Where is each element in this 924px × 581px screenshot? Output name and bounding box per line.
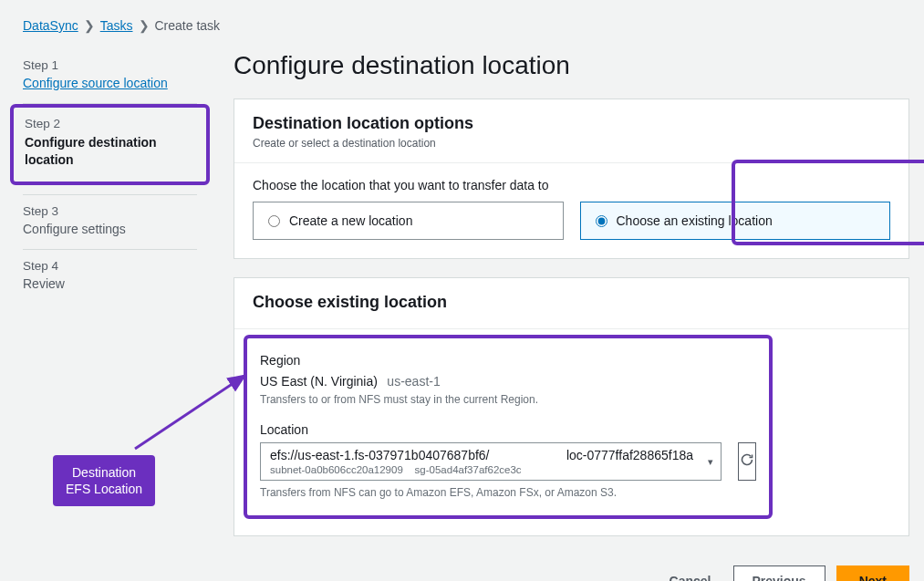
sidebar-step-1[interactable]: Step 1 Configure source location — [23, 49, 197, 104]
cancel-button[interactable]: Cancel — [659, 565, 722, 581]
next-button[interactable]: Next — [836, 565, 909, 581]
sidebar-step-3: Step 3 Configure settings — [23, 194, 197, 250]
region-hint: Transfers to or from NFS must stay in th… — [260, 393, 756, 406]
radio-input[interactable] — [596, 215, 607, 227]
caret-down-icon: ▾ — [708, 456, 713, 468]
sidebar-step-4: Step 4 Review — [23, 250, 197, 304]
location-hint: Transfers from NFS can go to Amazon EFS,… — [260, 486, 756, 499]
step-number: Step 1 — [23, 58, 197, 72]
location-select[interactable]: efs://us-east-1.fs-037971b0407687bf6/ lo… — [260, 442, 722, 481]
step-number: Step 2 — [25, 117, 195, 130]
region-code-value: us-east-1 — [387, 374, 440, 389]
breadcrumb: DataSync ❯ Tasks ❯ Create task — [0, 0, 924, 49]
location-label: Location — [260, 422, 756, 437]
previous-button[interactable]: Previous — [733, 565, 825, 581]
location-id-value: loc-0777ffaf28865f18a — [566, 448, 693, 462]
step-number: Step 4 — [23, 259, 197, 273]
breadcrumb-current: Create task — [155, 18, 221, 33]
panel-title: Choose existing location — [253, 293, 890, 312]
destination-options-panel: Destination location options Create or s… — [234, 99, 909, 259]
breadcrumb-link-datasync[interactable]: DataSync — [23, 18, 78, 33]
radio-create-new-location[interactable]: Create a new location — [253, 202, 564, 240]
radio-choose-existing-location[interactable]: Choose an existing location — [580, 202, 891, 240]
choose-existing-location-panel: Choose existing location Region US East … — [234, 277, 909, 536]
region-name-value: US East (N. Virginia) — [260, 374, 378, 389]
refresh-icon — [740, 452, 754, 471]
wizard-footer-actions: Cancel Previous Next — [234, 555, 909, 581]
radio-label: Create a new location — [289, 213, 412, 228]
panel-subtitle: Create or select a destination location — [253, 137, 890, 150]
chevron-right-icon: ❯ — [84, 18, 95, 33]
wizard-sidebar: Step 1 Configure source location Step 2 … — [0, 49, 219, 581]
radio-label: Choose an existing location — [617, 213, 773, 228]
location-subnet-value: subnet-0a0b606cc20a12909 — [270, 464, 403, 475]
radio-input[interactable] — [268, 215, 280, 227]
step-title: Configure settings — [23, 222, 197, 236]
refresh-button[interactable] — [738, 442, 756, 481]
location-sg-value: sg-05ad4af37af62ce3c — [415, 464, 522, 475]
page-title: Configure destination location — [234, 51, 909, 80]
step-title[interactable]: Configure source location — [23, 76, 197, 90]
step-title: Review — [23, 276, 197, 291]
sidebar-step-2-active: Step 2 Configure destination location — [10, 104, 210, 185]
chevron-right-icon: ❯ — [139, 18, 150, 33]
location-uri-value: efs://us-east-1.fs-037971b0407687bf6/ — [270, 448, 490, 462]
location-choice-radio-group: Create a new location Choose an existing… — [253, 202, 890, 240]
step-number: Step 3 — [23, 204, 197, 218]
panel-title: Destination location options — [253, 114, 890, 133]
breadcrumb-link-tasks[interactable]: Tasks — [100, 18, 133, 33]
radio-group-prompt: Choose the location that you want to tra… — [253, 178, 890, 192]
step-title: Configure destination location — [25, 134, 195, 169]
region-label: Region — [260, 353, 756, 368]
